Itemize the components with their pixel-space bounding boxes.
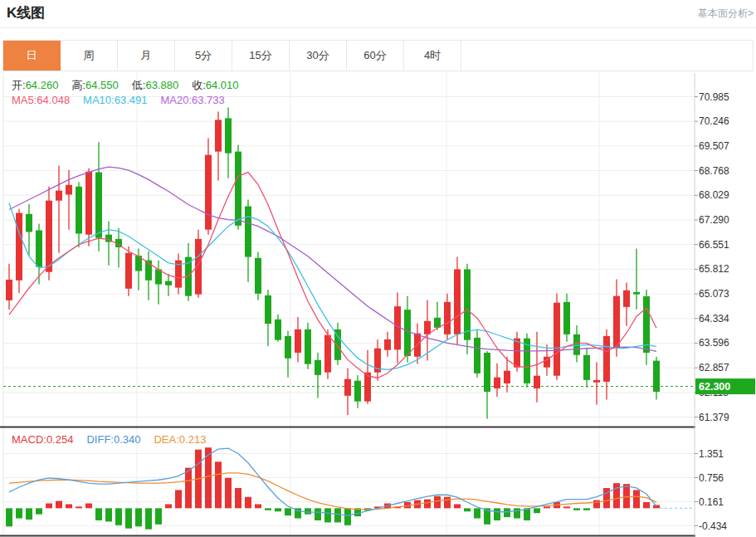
kline-app: K线图 基本面分析> 日周月5分15分30分60分4时 开:64.260高:64… (0, 0, 756, 537)
current-price-value: 62.300 (699, 381, 730, 393)
macd-bar (504, 508, 510, 517)
candle[interactable] (76, 183, 82, 247)
candle[interactable] (374, 339, 381, 381)
ma-item: MA20:63.733 (160, 94, 224, 106)
candle[interactable] (295, 317, 301, 363)
candle[interactable] (384, 332, 391, 357)
candle[interactable] (56, 165, 62, 252)
ohlc-item: 收:64.010 (192, 79, 238, 91)
axis-tick-label: 70.985 (699, 91, 729, 103)
candle[interactable] (563, 294, 570, 342)
macd-bar (46, 503, 52, 508)
candle[interactable] (305, 323, 311, 369)
ma-value: 64.048 (37, 94, 70, 106)
candle[interactable] (115, 228, 122, 268)
candle[interactable] (514, 332, 520, 372)
candle[interactable] (494, 364, 500, 397)
candle[interactable] (155, 261, 162, 305)
ma-label: MA5: (12, 94, 37, 106)
candle[interactable] (145, 251, 152, 300)
candle[interactable] (175, 254, 182, 295)
macd-bar (185, 468, 192, 509)
ma-value: 63.733 (192, 94, 225, 106)
ohlc-item: 低:63.880 (132, 79, 178, 91)
candle[interactable] (434, 302, 441, 330)
candle[interactable] (603, 330, 610, 400)
axis-tick-label: 0.161 (699, 496, 724, 508)
axis-tick-label: 1.351 (699, 448, 724, 460)
macd-value: 0.254 (46, 433, 74, 446)
candle[interactable] (454, 257, 461, 344)
axis-tick-label: 68.029 (699, 189, 729, 201)
macd-bar (643, 502, 650, 508)
ohlc-value: 64.260 (26, 79, 59, 91)
macd-bar (474, 508, 480, 518)
macd-bar (583, 508, 590, 510)
macd-bar (235, 488, 241, 508)
macd-bar (66, 504, 72, 508)
candle[interactable] (235, 145, 241, 230)
macd-bar (324, 508, 331, 522)
candle[interactable] (484, 351, 490, 419)
candle[interactable] (36, 223, 42, 284)
candle[interactable] (613, 280, 620, 357)
ohlc-label: 低: (132, 79, 146, 91)
candle[interactable] (504, 357, 510, 393)
candle[interactable] (623, 283, 630, 326)
candle[interactable] (354, 375, 361, 408)
candle[interactable] (474, 330, 480, 378)
candle[interactable] (215, 111, 222, 180)
candle[interactable] (125, 247, 132, 296)
candle[interactable] (16, 209, 22, 293)
candle[interactable] (255, 252, 261, 300)
macd-bar (85, 503, 92, 508)
ma-readout: MA5:64.048MA10:63.491MA20:63.733 (12, 94, 238, 106)
macd-bar (245, 497, 251, 509)
candle[interactable] (633, 249, 640, 310)
ma-label: MA10: (83, 94, 115, 106)
macd-bar (454, 504, 461, 508)
ma-label: MA20: (160, 94, 192, 106)
candle[interactable] (643, 290, 650, 365)
ohlc-item: 开:64.260 (12, 79, 58, 91)
candle[interactable] (315, 353, 321, 398)
macd-bar (225, 478, 232, 509)
candle[interactable] (364, 350, 371, 404)
candle[interactable] (105, 222, 112, 266)
candle[interactable] (464, 264, 471, 354)
candle[interactable] (95, 142, 102, 251)
candle[interactable] (444, 294, 451, 340)
macd-bar (623, 484, 630, 508)
candle[interactable] (26, 204, 32, 256)
macd-value: 0.340 (114, 433, 141, 446)
candle[interactable] (524, 334, 530, 388)
candle[interactable] (344, 369, 351, 415)
candle[interactable] (85, 168, 92, 247)
macd-bar (26, 508, 32, 520)
macd-bar (464, 508, 471, 511)
macd-bar (265, 508, 271, 510)
candle[interactable] (583, 349, 590, 388)
macd-item: DIFF:0.340 (86, 433, 140, 446)
axis-tick-label: 69.507 (699, 140, 729, 152)
candle[interactable] (185, 243, 192, 301)
candle[interactable] (653, 357, 660, 400)
candle[interactable] (225, 108, 232, 178)
current-price-badge: 62.300 (695, 378, 755, 394)
candle[interactable] (534, 332, 540, 403)
macd-bar (36, 508, 42, 514)
macd-bar (285, 508, 291, 515)
axis-tick-label: 68.768 (699, 165, 729, 177)
macd-bar (603, 488, 610, 508)
axis-tick-label: 62.857 (699, 362, 729, 373)
candle[interactable] (6, 264, 12, 310)
candle[interactable] (165, 274, 172, 296)
macd-bar (105, 508, 112, 521)
macd-bar (155, 508, 162, 524)
macd-bar (524, 508, 530, 520)
candle[interactable] (265, 290, 271, 346)
macd-readout: MACD:0.254DIFF:0.340DEA:0.213 (12, 433, 219, 446)
candle[interactable] (205, 139, 212, 235)
candle[interactable] (554, 293, 560, 379)
axis-tick-label: 65.812 (699, 263, 729, 275)
